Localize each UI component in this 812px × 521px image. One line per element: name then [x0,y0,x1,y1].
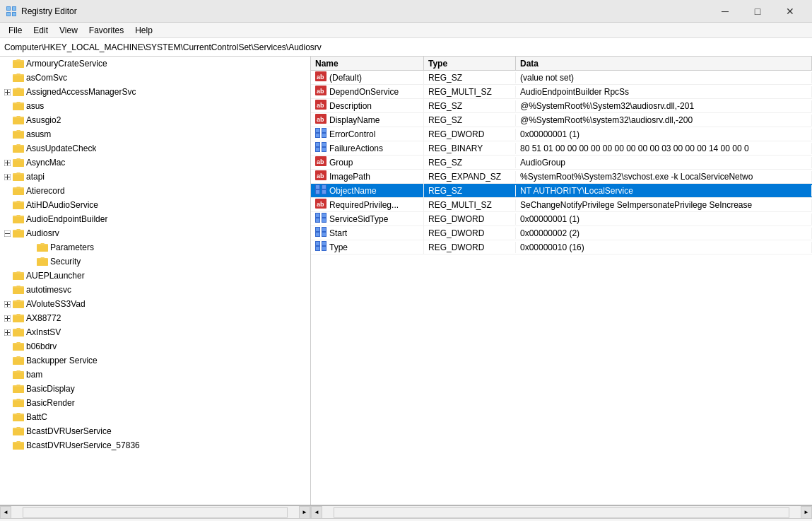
tree-item-AVoluteSS3Vad[interactable]: AVoluteSS3Vad [0,297,310,311]
tree-item-AUEPLauncher[interactable]: AUEPLauncher [0,269,310,283]
value-type-cell: REG_SZ [424,157,516,168]
tree-item-Audiosrv[interactable]: Audiosrv [0,226,310,240]
tree-expander[interactable] [3,342,11,351]
tree-expander[interactable] [27,243,35,252]
tree-item-Security[interactable]: Security [0,254,310,269]
tree-item-bam[interactable]: bam [0,368,310,382]
value-row[interactable]: ab (Default)REG_SZ(value not set) [311,71,812,85]
tree-expander[interactable] [3,102,11,110]
tree-item-BasicRender[interactable]: BasicRender [0,396,310,410]
tree-item-asus[interactable]: asus [0,99,310,113]
tree-item-AX88772[interactable]: AX88772 [0,311,310,325]
tree-item-BattC[interactable]: BattC [0,410,310,424]
tree-hscrollbar[interactable]: ◄ ► [0,506,311,518]
tree-item-AsusUpdateCheck[interactable]: AsusUpdateCheck [0,141,310,156]
tree-expander[interactable] [3,158,11,167]
value-row[interactable]: ab DependOnServiceREG_MULTI_SZAudioEndpo… [311,85,812,99]
tree-expander[interactable] [3,172,11,181]
value-row[interactable]: ObjectNameREG_SZNT AUTHORITY\LocalServic… [311,184,812,198]
value-row[interactable]: ab GroupREG_SZAudioGroup [311,156,812,170]
tree-item-asComSvc[interactable]: asComSvc [0,71,310,85]
tree-item-ArmouryCrateService[interactable]: ArmouryCrateService [0,57,310,71]
value-row[interactable]: ab DisplayNameREG_SZ@%SystemRoot%\system… [311,113,812,127]
value-row[interactable]: ab RequiredPrivileg...REG_MULTI_SZSeChan… [311,198,812,212]
tree-expander[interactable] [3,328,11,336]
tree-item-asusm[interactable]: asusm [0,127,310,141]
tree-expander[interactable] [3,427,11,435]
value-row[interactable]: TypeREG_DWORD0x00000010 (16) [311,240,812,254]
value-row[interactable]: ErrorControlREG_DWORD0x00000001 (1) [311,127,812,141]
folder-icon [13,327,24,337]
window-title: Registry Editor [21,6,709,16]
tree-expander[interactable] [3,271,11,280]
scroll-left-btn2[interactable]: ◄ [311,506,322,519]
tree-item-AssignedAccessManagerSvc[interactable]: AssignedAccessManagerSvc [0,85,310,99]
tree-expander[interactable] [3,286,11,294]
close-button[interactable]: ✕ [774,0,806,23]
tree-item-Atierecord[interactable]: Atierecord [0,184,310,198]
tree-expander[interactable] [3,399,11,407]
tree-item-Backupper-Service[interactable]: Backupper Service [0,353,310,368]
scroll-track-right[interactable] [334,507,789,518]
svg-rect-7 [13,13,16,16]
tree-item-AsyncMac[interactable]: AsyncMac [0,156,310,170]
value-row[interactable]: FailureActionsREG_BINARY80 51 01 00 00 0… [311,141,812,156]
tree-item-AxInstSV[interactable]: AxInstSV [0,325,310,339]
value-type-text: REG_BINARY [428,144,483,153]
tree-expander[interactable] [3,314,11,322]
tree-item-autotimesvc[interactable]: autotimesvc [0,283,310,297]
tree-item-BcastDVRUserService_57836[interactable]: BcastDVRUserService_57836 [0,438,310,452]
tree-item-atapi[interactable]: atapi [0,170,310,184]
tree-expander[interactable] [3,441,11,450]
tree-expander[interactable] [3,300,11,308]
menu-view[interactable]: View [54,23,83,37]
tree-expander[interactable] [3,356,11,365]
tree-item-label: AxInstSV [26,327,61,337]
value-name-text: ErrorControl [329,129,375,139]
value-row[interactable]: StartREG_DWORD0x00000002 (2) [311,226,812,240]
tree-item-BasicDisplay[interactable]: BasicDisplay [0,382,310,396]
folder-icon [13,101,24,111]
value-type-cell: REG_DWORD [424,228,516,239]
menu-favorites[interactable]: Favorites [83,23,129,37]
tree-expander[interactable] [3,187,11,195]
tree-expander[interactable] [3,74,11,82]
value-row[interactable]: ab DescriptionREG_SZ@%SystemRoot%\System… [311,99,812,113]
tree-expander[interactable] [3,116,11,124]
menu-edit[interactable]: Edit [28,23,54,37]
tree-expander[interactable] [3,59,11,68]
tree-item-AtiHDAudioService[interactable]: AtiHDAudioService [0,198,310,212]
maximize-button[interactable]: □ [741,0,774,23]
tree-expander[interactable] [3,413,11,421]
tree-item-Parameters[interactable]: Parameters [0,240,310,254]
menu-file[interactable]: File [3,23,28,37]
tree-expander[interactable] [3,370,11,379]
tree-expander[interactable] [3,229,11,238]
tree-expander[interactable] [27,257,35,266]
svg-rect-88 [316,247,319,250]
values-hscrollbar[interactable]: ◄ ► [311,506,812,518]
value-name-cell: Type [311,240,424,254]
minimize-button[interactable]: ─ [709,0,741,23]
tree-item-AudioEndpointBuilder[interactable]: AudioEndpointBuilder [0,212,310,226]
menu-help[interactable]: Help [129,23,158,37]
value-data-cell: 0x00000001 (1) [516,213,812,225]
values-table[interactable]: NameTypeData ab (Default)REG_SZ(value no… [311,57,812,505]
tree-expander[interactable] [3,201,11,209]
tree-expander[interactable] [3,130,11,139]
tree-expander[interactable] [3,144,11,153]
tree-scroll[interactable]: ArmouryCrateService asComSvc AssignedAcc… [0,57,310,505]
scroll-track-left[interactable] [23,507,288,518]
tree-item-BcastDVRUserService[interactable]: BcastDVRUserService [0,424,310,438]
scroll-left-btn[interactable]: ◄ [0,506,11,519]
tree-expander[interactable] [3,385,11,393]
svg-rect-89 [322,247,326,250]
tree-item-Asusgio2[interactable]: Asusgio2 [0,113,310,127]
scroll-right-btn[interactable]: ► [299,506,310,519]
tree-expander[interactable] [3,88,11,96]
value-row[interactable]: ServiceSidTypeREG_DWORD0x00000001 (1) [311,212,812,226]
tree-item-b06bdrv[interactable]: b06bdrv [0,339,310,353]
tree-expander[interactable] [3,215,11,223]
value-row[interactable]: ab ImagePathREG_EXPAND_SZ%SystemRoot%\Sy… [311,170,812,184]
scroll-right-btn2[interactable]: ► [801,506,812,519]
